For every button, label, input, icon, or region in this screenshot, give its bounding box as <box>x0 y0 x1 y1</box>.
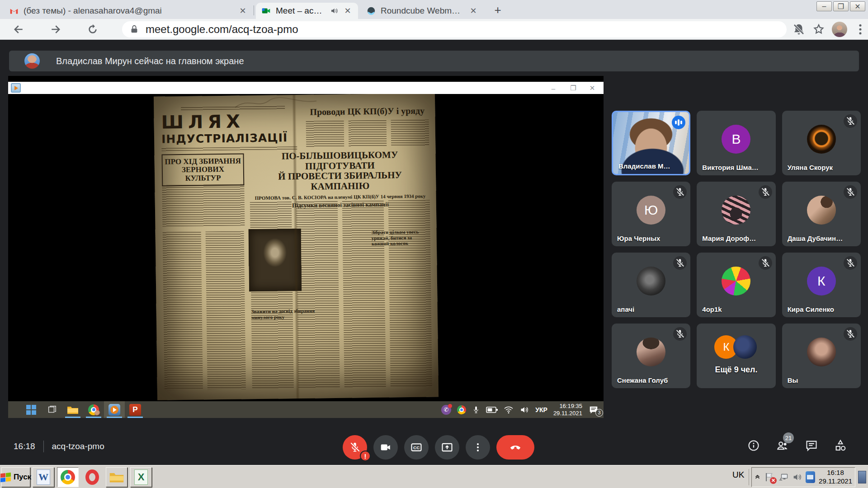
language-indicator[interactable]: UK <box>732 470 744 480</box>
newspaper-columns <box>163 231 246 390</box>
wifi-tray-icon <box>504 406 514 414</box>
shared-notifications-icon: 3 <box>588 405 599 415</box>
browser-menu-icon[interactable] <box>854 23 867 36</box>
participant-tile[interactable]: Даша Дубачин… <box>782 182 861 246</box>
start-button[interactable]: Пуск <box>1 467 30 487</box>
url-text[interactable]: meet.google.com/acq-tzoa-pmo <box>146 23 298 36</box>
volume-icon[interactable] <box>793 472 802 483</box>
taskbar-word-button[interactable]: W <box>33 467 54 487</box>
meeting-info: 16:18 acq-tzoa-pmo <box>14 441 104 452</box>
action-center-flag-icon[interactable]: ✕ <box>764 471 775 483</box>
audio-activity-icon <box>672 116 685 129</box>
presenting-banner: Владислав Мирун сейчас на главном экране <box>9 51 859 71</box>
mic-toggle-button[interactable]: ! <box>343 435 367 460</box>
participant-tile[interactable]: Ю Юра Черных <box>612 182 690 246</box>
volume-tray-icon <box>519 405 529 414</box>
meeting-details-button[interactable] <box>746 438 761 453</box>
mic-off-icon <box>844 185 857 199</box>
tab-close-icon[interactable]: ✕ <box>468 6 478 16</box>
participant-tile[interactable]: Уляна Скорук <box>782 111 861 175</box>
participant-tile-you[interactable]: Вы <box>782 324 861 388</box>
taskbar-chrome-button[interactable] <box>57 467 79 487</box>
photo-avatar <box>722 267 750 296</box>
reload-icon[interactable] <box>86 23 99 36</box>
meet-icon <box>261 6 271 16</box>
mic-tray-icon <box>472 405 480 415</box>
network-tray-icon[interactable] <box>778 471 789 483</box>
shared-powerpoint-icon: P <box>125 401 146 418</box>
photo-avatar <box>722 196 750 225</box>
taskbar-explorer-button[interactable] <box>106 467 127 487</box>
letter-avatar: К <box>807 267 836 296</box>
back-icon[interactable] <box>12 23 25 36</box>
participant-tile[interactable]: Владислав М… <box>612 111 690 175</box>
participant-tile[interactable]: Снежана Голуб <box>612 324 690 388</box>
captions-button[interactable]: CC <box>404 435 429 460</box>
restore-icon[interactable]: ❐ <box>833 1 849 11</box>
meet-control-bar: 16:18 acq-tzoa-pmo ! CC 21 <box>0 432 868 465</box>
newspaper-columns <box>250 200 432 389</box>
activities-button[interactable] <box>833 438 848 453</box>
close-icon[interactable]: ✕ <box>850 1 865 11</box>
shared-tray-clock: 16:19:35 29.11.2021 <box>553 403 582 417</box>
participants-grid: Владислав М… В Виктория Шма… Уляна Скору… <box>612 111 861 388</box>
shared-screen-video: – ❐ ✕ ШЛЯХ ІНДУСТРІАЛІЗАЦІЇ Проводи ЦК К… <box>8 76 604 418</box>
tab-close-icon[interactable]: ✕ <box>238 6 248 16</box>
forward-icon[interactable] <box>49 23 62 36</box>
gmail-icon <box>9 6 19 16</box>
shared-explorer-icon <box>62 401 83 418</box>
participant-tile[interactable]: К Кира Силенко <box>782 253 861 317</box>
newspaper-note: Зважити на досвід збирання минулого року <box>251 308 333 320</box>
participant-tile[interactable]: Мария Дороф… <box>697 182 775 246</box>
browser-tab-strip: (без темы) - alenasaharova4@gmai ✕ Meet … <box>0 0 868 19</box>
tab-title: (без темы) - alenasaharova4@gmai <box>24 6 233 16</box>
show-desktop-button[interactable] <box>858 471 866 483</box>
shared-windows-taskbar: P ✆ УКР 16:19:35 29.11.2021 3 <box>8 401 604 418</box>
lock-icon <box>129 24 139 34</box>
chrome-tray-icon <box>457 405 466 414</box>
tab-gmail[interactable]: (без темы) - alenasaharova4@gmai ✕ <box>4 3 253 19</box>
show-hidden-icons-chevron[interactable] <box>755 474 760 481</box>
chat-button[interactable] <box>804 438 819 453</box>
word-icon: W <box>37 469 50 485</box>
shared-window-titlebar: – ❐ ✕ <box>8 82 604 94</box>
tab-roundcube[interactable]: Roundcube Webmail :: Входящие ✕ <box>361 3 484 19</box>
taskbar-clock[interactable]: 16:18 29.11.2021 <box>819 469 852 486</box>
participant-tile[interactable]: В Виктория Шма… <box>697 111 775 175</box>
tab-title: Roundcube Webmail :: Входящие <box>381 6 464 16</box>
update-tray-icon[interactable] <box>806 471 815 483</box>
tab-audio-icon[interactable] <box>330 7 338 15</box>
mic-off-icon <box>759 185 772 199</box>
media-player-icon <box>11 83 21 93</box>
taskbar-excel-button[interactable]: X <box>130 467 152 487</box>
shared-language-indicator: УКР <box>535 406 547 413</box>
notifications-blocked-icon[interactable] <box>792 23 806 36</box>
present-button[interactable] <box>435 435 459 460</box>
participant-tile[interactable]: апачі <box>612 253 690 317</box>
bookmark-star-icon[interactable] <box>812 23 826 36</box>
windows-logo-icon <box>0 472 11 482</box>
browser-toolbar: meet.google.com/acq-tzoa-pmo <box>0 19 868 40</box>
letter-avatar: Ю <box>637 196 665 225</box>
profile-avatar[interactable] <box>832 22 847 37</box>
new-tab-button[interactable]: + <box>491 4 505 17</box>
letter-avatar: В <box>722 125 750 154</box>
camera-toggle-button[interactable] <box>373 435 398 460</box>
leave-call-button[interactable] <box>496 435 534 460</box>
tab-close-icon[interactable]: ✕ <box>343 6 353 16</box>
address-bar[interactable]: meet.google.com/acq-tzoa-pmo <box>122 21 787 38</box>
minimize-icon[interactable]: – <box>816 1 832 11</box>
shared-media-player-icon <box>104 401 125 418</box>
tab-meet[interactable]: Meet – acq-tzoa-pmo ✕ <box>256 3 358 19</box>
excel-icon: X <box>134 469 148 485</box>
participant-tile[interactable]: 4op1k <box>697 253 775 317</box>
shared-minimize-icon: – <box>547 84 560 93</box>
participants-button[interactable]: 21 <box>775 438 790 453</box>
taskbar-opera-button[interactable] <box>81 467 103 487</box>
shared-restore-icon: ❐ <box>566 84 580 93</box>
shared-close-icon: ✕ <box>585 84 599 93</box>
battery-tray-icon <box>486 406 498 413</box>
more-options-button[interactable] <box>466 435 490 460</box>
mic-off-icon <box>844 256 857 270</box>
more-participants-tile[interactable]: К Ещё 9 чел. <box>697 324 775 388</box>
